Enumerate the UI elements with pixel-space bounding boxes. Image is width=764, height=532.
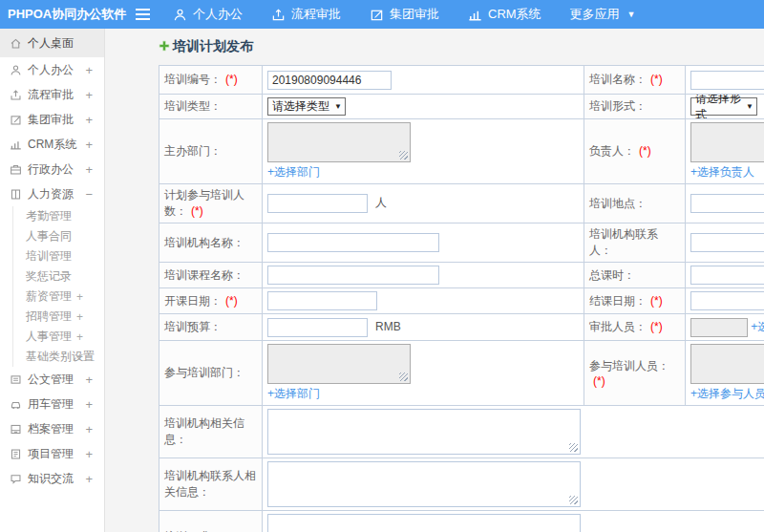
expand-plus-icon[interactable]: +: [85, 397, 93, 412]
sidebar-item-knowledge-exchange[interactable]: 知识交流 +: [0, 466, 104, 491]
field-label: 审批人员：: [589, 320, 647, 333]
sidebar-item-personal-office[interactable]: 个人办公 +: [0, 57, 104, 82]
total-hours-input[interactable]: [690, 266, 764, 285]
collapse-minus-icon[interactable]: −: [85, 187, 93, 202]
course-name-input[interactable]: [267, 266, 439, 285]
sidebar-item-archive-mgmt[interactable]: 档案管理 +: [0, 416, 104, 441]
home-icon: [10, 37, 22, 50]
expand-plus-icon[interactable]: +: [85, 447, 93, 461]
expand-plus-icon[interactable]: +: [85, 138, 93, 152]
approver-field[interactable]: [690, 318, 748, 337]
expand-plus-icon[interactable]: +: [85, 113, 93, 127]
org-name-input[interactable]: [267, 233, 439, 252]
responsible-person-textarea[interactable]: [690, 122, 764, 162]
project-icon: [10, 448, 22, 460]
expand-plus-icon[interactable]: +: [85, 63, 93, 77]
table-row: 参与培训部门： +选择部门 参与培训人员：(*) +选择参与人员: [159, 341, 764, 406]
expand-plus-icon[interactable]: +: [76, 290, 83, 304]
chart-icon: [468, 8, 482, 22]
chevron-down-icon: ▼: [334, 102, 342, 111]
expand-plus-icon[interactable]: +: [85, 472, 93, 486]
sidebar-item-group-approval[interactable]: 集团审批 +: [0, 107, 104, 132]
expand-plus-icon[interactable]: +: [85, 88, 93, 102]
select-approver-link[interactable]: +选择审批人员: [751, 320, 764, 333]
field-label: 培训地点：: [589, 197, 647, 210]
nav-personal-office[interactable]: 个人办公: [173, 6, 243, 23]
sidebar-item-hr[interactable]: 人力资源 −: [0, 181, 104, 206]
org-info-textarea[interactable]: [267, 409, 581, 455]
sidebar-item-attendance-mgmt[interactable]: 考勤管理: [13, 206, 104, 226]
expand-plus-icon[interactable]: +: [85, 372, 93, 387]
sidebar-item-reward-punishment[interactable]: 奖惩记录: [13, 266, 104, 287]
sidebar-item-personnel-mgmt[interactable]: 人事管理+: [13, 327, 104, 347]
field-label: 培训机构联系人相关信息：: [164, 469, 256, 499]
expand-plus-icon[interactable]: +: [76, 330, 83, 344]
select-department-link[interactable]: +选择部门: [267, 164, 579, 181]
training-form-select[interactable]: 请选择形式▼: [690, 97, 757, 116]
table-row: 主办部门： +选择部门 负责人：(*) +选择负责人: [159, 119, 764, 184]
briefcase-icon: [10, 163, 22, 176]
nav-crm-system[interactable]: CRM系统: [468, 6, 541, 23]
sidebar-item-vehicle-mgmt[interactable]: 用车管理 +: [0, 392, 104, 416]
sidebar-item-document-mgmt[interactable]: 公文管理 +: [0, 367, 104, 392]
select-department-link[interactable]: +选择部门: [267, 386, 579, 402]
host-department-textarea[interactable]: [267, 122, 411, 162]
start-date-input[interactable]: [267, 291, 377, 310]
end-date-input[interactable]: [690, 291, 764, 310]
sidebar-item-personal-desktop[interactable]: 个人桌面: [0, 29, 104, 57]
required-mark: (*): [639, 144, 651, 158]
org-contact-info-textarea[interactable]: [267, 461, 581, 507]
training-location-input[interactable]: [690, 194, 764, 213]
table-row: 培训类型： 请选择类型▼ 培训形式： 请选择形式▼: [159, 95, 764, 119]
table-row: 计划参与培训人数：(*) 人 培训地点：: [159, 184, 764, 223]
sidebar-item-admin-office[interactable]: 行政办公 +: [0, 157, 104, 181]
sidebar-item-training-mgmt[interactable]: 培训管理: [13, 246, 104, 266]
sidebar-item-base-category-settings[interactable]: 基础类别设置+: [13, 347, 104, 367]
table-row: 开课日期：(*) 结课日期：(*): [159, 288, 764, 314]
required-mark: (*): [225, 73, 238, 86]
training-type-select[interactable]: 请选择类型▼: [267, 97, 346, 116]
chat-icon: [10, 473, 22, 485]
field-label: 参与培训部门：: [164, 366, 244, 379]
field-label: 培训预算：: [164, 320, 222, 333]
nav-more-apps[interactable]: 更多应用 ▼: [570, 6, 636, 23]
person-icon: [10, 64, 22, 76]
hamburger-menu-icon[interactable]: [136, 9, 150, 20]
org-contact-input[interactable]: [690, 233, 764, 252]
training-name-input[interactable]: [690, 71, 764, 90]
nav-group-approval[interactable]: 集团审批: [370, 6, 439, 23]
expand-plus-icon[interactable]: +: [85, 422, 93, 436]
planned-attendees-input[interactable]: [267, 194, 368, 213]
required-mark: (*): [191, 204, 203, 218]
nav-workflow-approval[interactable]: 流程审批: [271, 6, 341, 23]
field-label: 结课日期：: [589, 294, 647, 308]
select-responsible-link[interactable]: +选择负责人: [690, 164, 764, 181]
participants-textarea[interactable]: [690, 344, 764, 384]
unit-label: 人: [375, 196, 387, 209]
budget-input[interactable]: [267, 318, 368, 337]
field-label: 培训编号：: [164, 73, 222, 86]
select-participants-link[interactable]: +选择参与人员: [690, 386, 764, 402]
training-no-input[interactable]: [267, 71, 392, 90]
field-label: 培训机构名称：: [164, 236, 244, 249]
table-row: 培训机构相关信息：: [159, 406, 764, 458]
expand-plus-icon[interactable]: +: [76, 310, 83, 324]
sidebar-item-recruit-mgmt[interactable]: 招聘管理+: [13, 307, 104, 327]
participating-departments-textarea[interactable]: [267, 344, 411, 384]
sidebar-item-crm[interactable]: CRM系统 +: [0, 132, 104, 157]
expand-plus-icon[interactable]: +: [85, 162, 93, 177]
training-requirements-textarea[interactable]: [267, 514, 581, 532]
sidebar-item-salary-mgmt[interactable]: 薪资管理+: [13, 287, 104, 307]
chevron-down-icon: ▼: [746, 102, 753, 111]
archive-icon: [10, 423, 22, 436]
edit-icon: [370, 8, 384, 22]
person-icon: [173, 8, 187, 22]
table-row: 培训机构名称： 培训机构联系人：: [159, 223, 764, 263]
expand-plus-icon[interactable]: +: [76, 351, 83, 364]
page-title: 培训计划发布: [159, 38, 764, 55]
sidebar-item-workflow-approval[interactable]: 流程审批 +: [0, 82, 104, 107]
app-logo: PHPOA协同办公软件: [0, 6, 136, 23]
sidebar-item-project-mgmt[interactable]: 项目管理 +: [0, 441, 104, 466]
table-row: 培训预算： RMB 审批人员：(*) +选择审批人员: [159, 314, 764, 341]
sidebar-item-hr-contract[interactable]: 人事合同: [13, 226, 104, 246]
